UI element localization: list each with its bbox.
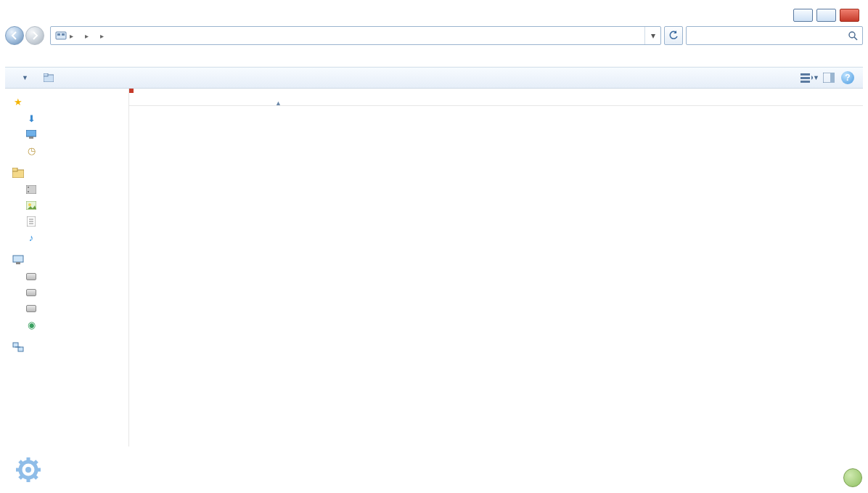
organize-button[interactable]: ▼	[11, 72, 36, 83]
leaf-icon	[843, 468, 862, 487]
preview-pane-button[interactable]	[819, 70, 838, 86]
svg-rect-7	[801, 73, 810, 76]
file-list	[129, 106, 863, 447]
sidebar-item-recent[interactable]: ◷	[5, 142, 128, 158]
sidebar-item-drive-d[interactable]	[5, 285, 128, 301]
picture-icon	[25, 200, 37, 211]
music-icon: ♪	[25, 232, 37, 243]
svg-rect-8	[801, 77, 810, 79]
address-bar[interactable]: ▸ ▸ ▸ ▾	[50, 26, 661, 45]
sidebar-item-drive-e[interactable]	[5, 301, 128, 317]
drive-icon	[25, 287, 37, 298]
download-icon: ⬇	[25, 113, 37, 124]
svg-rect-11	[830, 73, 835, 83]
svg-rect-6	[44, 73, 48, 76]
sidebar-libraries[interactable]	[5, 164, 128, 182]
network-icon	[12, 341, 24, 353]
svg-rect-9	[801, 81, 810, 83]
svg-rect-16	[26, 185, 36, 194]
sidebar-item-pictures[interactable]	[5, 197, 128, 213]
sidebar-item-drive-c[interactable]	[5, 269, 128, 285]
address-dropdown[interactable]: ▾	[644, 27, 660, 44]
minimize-button[interactable]	[793, 9, 813, 22]
svg-rect-15	[12, 168, 17, 171]
computer-icon	[12, 254, 24, 266]
svg-line-36	[20, 461, 22, 464]
svg-rect-28	[18, 347, 23, 351]
sidebar-item-documents[interactable]	[5, 213, 128, 229]
svg-rect-26	[16, 262, 20, 264]
svg-rect-2	[62, 33, 65, 36]
sidebar-item-downloads[interactable]: ⬇	[5, 110, 128, 126]
view-mode-button[interactable]: ▼	[801, 70, 819, 86]
details-pane	[5, 451, 863, 489]
libraries-icon	[12, 167, 24, 179]
dvd-icon: ◉	[25, 319, 37, 330]
sidebar-network[interactable]	[5, 338, 128, 356]
svg-rect-1	[57, 33, 60, 36]
sidebar-item-desktop[interactable]	[5, 126, 128, 142]
svg-rect-27	[13, 343, 18, 347]
drive-icon	[25, 303, 37, 314]
svg-rect-17	[28, 187, 29, 188]
svg-rect-12	[26, 130, 36, 137]
column-headers: ▲	[129, 89, 863, 106]
svg-line-4	[854, 37, 857, 40]
desktop-icon	[25, 129, 37, 140]
search-input[interactable]	[686, 26, 863, 45]
back-button[interactable]	[5, 26, 24, 45]
sidebar-item-music[interactable]: ♪	[5, 229, 128, 245]
svg-line-39	[20, 476, 22, 478]
favorites-icon: ★	[12, 96, 24, 107]
menu-bar	[5, 51, 863, 67]
control-panel-icon	[55, 30, 67, 41]
svg-line-37	[34, 476, 37, 478]
svg-line-38	[34, 461, 37, 464]
sidebar-item-videos[interactable]	[5, 182, 128, 197]
svg-point-3	[849, 32, 855, 38]
video-icon	[25, 184, 37, 195]
svg-point-31	[25, 467, 31, 473]
drive-icon	[25, 271, 37, 282]
forward-button[interactable]	[25, 26, 44, 45]
help-button[interactable]: ?	[838, 70, 857, 86]
close-button[interactable]	[840, 9, 859, 22]
svg-rect-18	[28, 191, 29, 192]
open-icon	[43, 72, 54, 83]
sort-indicator-icon: ▲	[275, 99, 282, 107]
sidebar-computer[interactable]	[5, 251, 128, 269]
services-icon	[12, 454, 44, 486]
refresh-button[interactable]	[664, 26, 683, 45]
navigation-pane: ★ ⬇ ◷ ♪ ◉	[5, 89, 129, 447]
sidebar-favorites[interactable]: ★	[5, 93, 128, 110]
maximize-button[interactable]	[816, 9, 836, 22]
recent-icon: ◷	[25, 144, 37, 156]
sidebar-item-drive-f[interactable]: ◉	[5, 317, 128, 333]
watermark	[843, 468, 867, 487]
document-icon	[25, 216, 37, 227]
search-icon	[848, 30, 858, 41]
open-button[interactable]	[36, 70, 65, 86]
svg-rect-25	[13, 256, 23, 262]
svg-point-20	[28, 203, 31, 206]
svg-rect-13	[29, 137, 33, 139]
help-icon: ?	[841, 71, 854, 84]
